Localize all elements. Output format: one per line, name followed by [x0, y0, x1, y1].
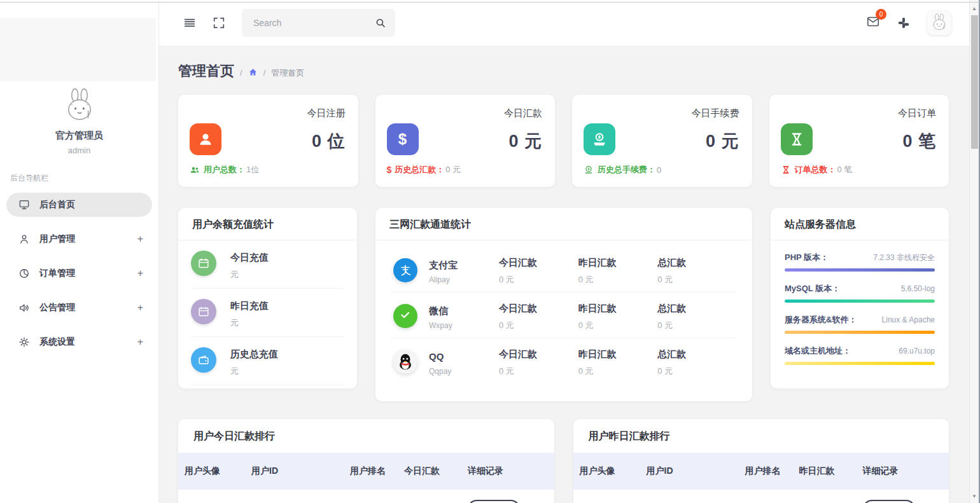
expand-plus-icon: +: [137, 268, 143, 279]
progress-bar: [785, 268, 935, 272]
recharge-stats-panel: 用户余额充值统计 今日充值 元: [178, 208, 357, 389]
sidebar-item-orders[interactable]: 订单管理 +: [6, 261, 152, 286]
sidebar-item-label: 用户管理: [39, 233, 137, 245]
topbar-right: 0: [866, 11, 951, 35]
column-header: 用户排名: [745, 465, 799, 477]
table-header-row: 用户头像 用户ID 用户排名 昨日汇款 详细记录: [573, 453, 949, 490]
dollar-icon: $: [387, 123, 419, 155]
breadcrumb: 管理首页 / / 管理首页: [178, 62, 949, 81]
sidebar-item-announcements[interactable]: 公告管理 +: [6, 296, 152, 320]
server-row-os: 服务器系统&软件： Linux & Apache: [785, 314, 935, 334]
hamburger-menu-icon[interactable]: [183, 16, 197, 30]
column-header: 用户ID: [647, 465, 745, 477]
scrollbar-thumb[interactable]: [971, 15, 978, 149]
server-label: 服务器系统&软件：: [785, 314, 857, 326]
stat-card-remittance: $ 今日汇款 0 元 $ 历史总汇款： 0 元: [375, 95, 556, 187]
expand-plus-icon: +: [137, 302, 143, 314]
stat-footer: 订单总数： 0 笔: [781, 164, 853, 176]
channel-stat-label: 昨日汇款: [578, 303, 658, 315]
alipay-icon: [393, 258, 417, 282]
hourglass-mini-icon: [781, 165, 791, 175]
server-value: 5.6.50-log: [901, 284, 935, 293]
recharge-item-total: 历史总充值 元: [191, 337, 344, 385]
server-label: 域名或主机地址：: [785, 345, 851, 357]
coin-deposit-icon: [584, 123, 615, 155]
scroll-up-arrow[interactable]: ▲: [970, 4, 979, 13]
stat-title: 今日注册: [191, 107, 346, 120]
channel-row-qqpay: QQ Qqpay 今日汇款0 元 昨日汇款0 元 总汇款0 元: [391, 338, 737, 383]
wallet-icon: [191, 347, 216, 373]
profile-avatar: [61, 88, 98, 125]
fullscreen-icon[interactable]: [212, 16, 226, 30]
stat-footer-label: 用户总数：: [204, 164, 245, 176]
channel-stat-value: 0 元: [578, 366, 658, 377]
stat-footer-value: 1位: [246, 164, 259, 176]
sidebar-item-dashboard[interactable]: 后台首页: [6, 193, 152, 217]
sidebar-item-settings[interactable]: 系统设置 +: [6, 330, 152, 354]
main-area: 0 管理首页 / / 管理首页: [159, 0, 969, 503]
channel-stat-label: 今日汇款: [499, 348, 578, 361]
expand-plus-icon: +: [137, 336, 143, 348]
search-icon[interactable]: [375, 17, 386, 29]
channel-stat-value: 0 元: [657, 274, 737, 286]
calendar-yesterday-icon: [191, 299, 216, 324]
stat-footer-label: 历史总汇款：: [395, 164, 444, 176]
page-scrollbar[interactable]: ▲ ▼: [969, 0, 980, 503]
detail-record-button[interactable]: [863, 500, 915, 503]
channel-stat-value: 0 元: [578, 320, 658, 331]
hourglass-icon: [781, 123, 813, 155]
mail-badge: 0: [876, 9, 886, 20]
column-header: 用户ID: [251, 465, 350, 477]
page-content: 管理首页 / / 管理首页 今日注册 0 位 用户总数： 1位: [159, 46, 969, 503]
today-ranking-table: 用户今日汇款排行 用户头像 用户ID 用户排名 今日汇款 详细记录: [178, 419, 554, 503]
search-input[interactable]: [253, 18, 375, 28]
qq-penguin-icon: [393, 350, 417, 374]
admin-dashboard: 官方管理员 admin 后台导航栏 后台首页 用户管理 + 订单管理 + 公告管…: [0, 0, 980, 503]
wechat-icon: [393, 304, 417, 328]
home-icon[interactable]: [248, 67, 258, 77]
user-avatar-button[interactable]: [927, 11, 951, 35]
stat-footer-label: 历史总手续费：: [598, 164, 655, 176]
stat-footer-label: 订单总数：: [795, 164, 836, 176]
recharge-label: 历史总充值: [230, 347, 278, 361]
mail-button[interactable]: 0: [866, 15, 880, 31]
server-row-php: PHP 版本： 7.2.33 非线程安全: [785, 252, 935, 272]
speaker-icon: [18, 301, 31, 314]
apps-grid-icon[interactable]: [897, 16, 911, 30]
middle-panels-row: 用户余额充值统计 今日充值 元: [178, 208, 949, 401]
stat-footer: $ 历史总汇款： 0 元: [387, 164, 461, 176]
sidebar-item-label: 系统设置: [39, 336, 137, 348]
channel-stat-value: 0 元: [578, 274, 658, 286]
server-label: PHP 版本：: [785, 252, 829, 263]
recharge-item-yesterday: 昨日充值 元: [191, 289, 344, 337]
recharge-label: 今日充值: [230, 251, 269, 264]
server-info-panel: 站点服务器信息 PHP 版本： 7.2.33 非线程安全 MySQL 版本：: [771, 208, 949, 389]
column-header: 用户排名: [350, 465, 404, 477]
calendar-today-icon: [191, 251, 216, 276]
progress-bar: [785, 362, 935, 365]
recharge-value: 元: [230, 269, 269, 280]
scroll-down-arrow[interactable]: ▼: [970, 492, 979, 500]
sidebar-item-users[interactable]: 用户管理 +: [6, 227, 152, 251]
channel-stat-value: 0 元: [499, 274, 578, 286]
panel-title: 用户昨日汇款排行: [589, 430, 934, 443]
detail-record-button[interactable]: [468, 500, 520, 503]
sidebar: 官方管理员 admin 后台导航栏 后台首页 用户管理 + 订单管理 + 公告管…: [0, 0, 159, 503]
stat-footer-value: 0 笔: [837, 164, 853, 176]
breadcrumb-separator: /: [240, 68, 242, 78]
column-header: 用户头像: [580, 465, 647, 477]
channel-sub: Alipay: [429, 275, 468, 284]
nav-section-label: 后台导航栏: [0, 155, 158, 190]
stat-footer-value: 0: [657, 165, 661, 175]
stat-title: 今日手续费: [585, 107, 739, 120]
gear-icon: [18, 336, 31, 348]
user-icon: [18, 233, 31, 245]
channel-name: QQ: [429, 350, 468, 364]
dollar-mini-icon: $: [387, 165, 392, 175]
channel-stat-value: 0 元: [499, 366, 578, 377]
recharge-value: 元: [230, 317, 269, 329]
column-header: 今日汇款: [404, 465, 468, 477]
server-row-mysql: MySQL 版本： 5.6.50-log: [785, 283, 935, 303]
column-header: 昨日汇款: [799, 465, 863, 477]
server-value: 69.u7u.top: [899, 347, 935, 355]
